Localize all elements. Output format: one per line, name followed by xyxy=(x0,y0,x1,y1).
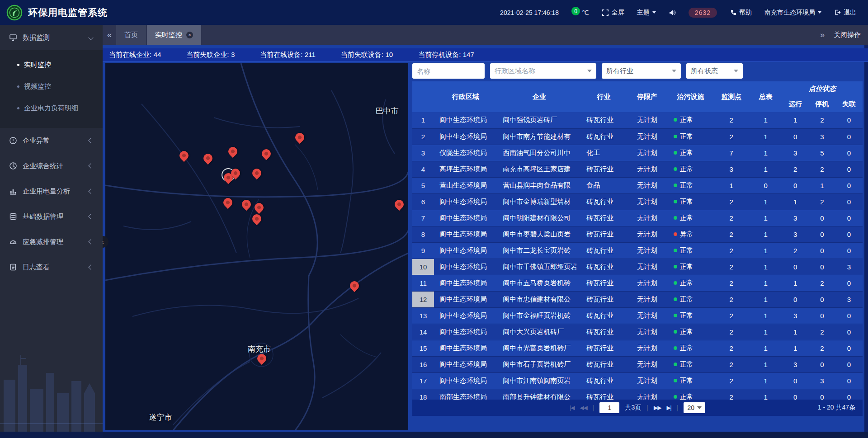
region-filter-select[interactable]: 行政区域名称 xyxy=(490,63,596,79)
row-index: 14 xyxy=(412,324,434,340)
next-page-button[interactable]: ▶▶ xyxy=(654,405,661,411)
fullscreen-icon xyxy=(602,9,609,16)
sidebar-item-video-monitor[interactable]: 视频监控 xyxy=(0,75,103,97)
announcement-speaker[interactable] xyxy=(669,9,676,16)
table-row[interactable]: 11阆中生态环境局阆中市五马桥页岩机砖砖瓦行业无计划正常21120 xyxy=(412,275,863,291)
table-row[interactable]: 6阆中生态环境局阆中市金博瑞新型墙材砖瓦行业无计划正常21120 xyxy=(412,193,863,210)
row-industry: 砖瓦行业 xyxy=(581,242,626,259)
organization-menu[interactable]: 南充市生态环境局 xyxy=(764,9,821,17)
row-industry: 砖瓦行业 xyxy=(581,291,626,307)
col-group-point-status: 点位状态 xyxy=(782,81,863,96)
close-operations-button[interactable]: 关闭操作 xyxy=(834,31,861,39)
prev-page-button[interactable]: ◀◀ xyxy=(580,405,587,411)
table-row[interactable]: 16阆中生态环境局阆中市石子页岩机砖厂砖瓦行业无计划正常21300 xyxy=(412,356,863,372)
row-region: 阆中生态环境局 xyxy=(434,210,497,226)
help-button[interactable]: 帮助 xyxy=(730,9,752,17)
col-industry: 行业 xyxy=(581,81,626,112)
row-total-meters: 1 xyxy=(750,161,782,177)
table-row[interactable]: 9阆中生态环境局阆中市二龙长宝页岩砖砖瓦行业无计划正常21200 xyxy=(412,242,863,259)
table-row[interactable]: 3仪陇生态环境局西南油气田分公司川中化工无计划正常71350 xyxy=(412,145,863,161)
status-filter-select[interactable]: 所有状态 xyxy=(686,63,743,79)
sidebar-item-company-abnormal[interactable]: 企业异常 xyxy=(0,128,103,153)
last-page-button[interactable]: ▶| xyxy=(666,405,671,411)
industry-filter-select[interactable]: 所有行业 xyxy=(602,63,681,79)
row-index: 12 xyxy=(412,291,434,307)
sidebar-item-company-statistics[interactable]: 企业综合统计 xyxy=(0,153,103,179)
page-number-input[interactable] xyxy=(599,402,619,413)
scroll-tabs-right-icon[interactable]: » xyxy=(816,30,829,40)
row-monitor-points: 2 xyxy=(713,356,750,372)
table-row[interactable]: 18南部生态环境局南部县升钟建材有限公砖瓦行业无计划正常21000 xyxy=(412,389,863,400)
row-stopped: 2 xyxy=(809,324,835,340)
table-row[interactable]: 4高坪生态环境局南充市高坪区王家店建砖瓦行业无计划正常31220 xyxy=(412,161,863,177)
row-limit-production: 无计划 xyxy=(626,372,668,389)
table-row[interactable]: 15阆中生态环境局阆中市光富页岩机砖厂砖瓦行业无计划正常21120 xyxy=(412,340,863,356)
row-company: 南部县升钟建材有限公 xyxy=(497,389,581,400)
table-row[interactable]: 5营山生态环境局营山县润丰肉食品有限食品无计划正常10010 xyxy=(412,177,863,193)
table-row[interactable]: 1阆中生态环境局阆中强锐页岩砖厂砖瓦行业无计划正常21120 xyxy=(412,112,863,128)
table-row[interactable]: 17阆中生态环境局阆中市江南镇阆南页岩砖瓦行业无计划正常21030 xyxy=(412,372,863,389)
temperature-unit: ℃ xyxy=(582,9,589,16)
col-stop: 停机 xyxy=(809,96,835,112)
stat-item: 当前在线企业: 44 xyxy=(109,51,161,59)
row-stopped: 0 xyxy=(809,356,835,372)
table-row[interactable]: 7阆中生态环境局阆中明阳建材有限公司砖瓦行业无计划正常21300 xyxy=(412,210,863,226)
scrollbar-track[interactable] xyxy=(864,45,868,432)
chevron-left-icon xyxy=(88,239,93,244)
row-facility-status: 正常 xyxy=(668,259,713,275)
row-monitor-points: 3 xyxy=(713,161,750,177)
sidebar-item-emergency-reduction[interactable]: 应急减排管理 xyxy=(0,229,103,254)
tab-bar: « 首页 实时监控 × » 关闭操作 xyxy=(103,25,868,45)
first-page-button[interactable]: |◀ xyxy=(570,405,574,411)
sidebar-item-power-analysis[interactable]: 企业用电量分析 xyxy=(0,179,103,204)
row-company: 阆中市千佛镇五郎垭页岩 xyxy=(497,259,581,275)
col-limit: 停限产 xyxy=(626,81,668,112)
page-size-select[interactable]: 20 xyxy=(684,402,705,413)
sidebar-item-data-monitor[interactable]: 数据监测 xyxy=(0,25,103,50)
stat-item: 当前失联设备: 10 xyxy=(341,51,393,59)
name-filter-input[interactable] xyxy=(412,63,485,79)
table-row[interactable]: 10阆中生态环境局阆中市千佛镇五郎垭页岩砖瓦行业无计划正常21003 xyxy=(412,259,863,275)
close-tab-icon[interactable]: × xyxy=(186,32,193,38)
sidebar-item-log-view[interactable]: 日志查看 xyxy=(0,254,103,280)
logout-button[interactable]: 退出 xyxy=(834,9,856,17)
row-industry: 食品 xyxy=(581,177,626,193)
row-stopped: 2 xyxy=(809,275,835,291)
row-total-meters: 1 xyxy=(750,275,782,291)
row-stopped: 0 xyxy=(809,259,835,275)
row-company: 阆中市金福旺页岩机砖 xyxy=(497,307,581,324)
row-company: 阆中市石子页岩机砖厂 xyxy=(497,356,581,372)
row-running: 0 xyxy=(782,177,809,193)
row-industry: 砖瓦行业 xyxy=(581,112,626,128)
row-industry: 砖瓦行业 xyxy=(581,275,626,291)
table-row[interactable]: 2阆中生态环境局阆中市南方节能建材有砖瓦行业无计划正常21030 xyxy=(412,128,863,145)
tab-home[interactable]: 首页 xyxy=(116,25,146,45)
notice-count-badge[interactable]: 2632 xyxy=(689,8,717,18)
row-index: 3 xyxy=(412,145,434,161)
row-limit-production: 无计划 xyxy=(626,112,668,128)
sidebar-item-power-load-detail[interactable]: 企业电力负荷明细 xyxy=(0,97,103,119)
row-total-meters: 1 xyxy=(750,242,782,259)
row-monitor-points: 2 xyxy=(713,389,750,400)
map-panel[interactable]: 巴中市南充市遂宁市 xyxy=(105,63,408,430)
row-region: 阆中生态环境局 xyxy=(434,128,497,145)
status-dot-icon xyxy=(674,281,677,285)
theme-menu[interactable]: 主题 xyxy=(637,9,656,17)
table-row[interactable]: 12阆中生态环境局阆中市忠信建材有限公砖瓦行业无计划正常21003 xyxy=(412,291,863,307)
caret-down-icon xyxy=(587,70,592,72)
fullscreen-button[interactable]: 全屏 xyxy=(602,9,624,17)
tab-realtime-monitor[interactable]: 实时监控 × xyxy=(147,25,201,45)
table-body: 1阆中生态环境局阆中强锐页岩砖厂砖瓦行业无计划正常211202阆中生态环境局阆中… xyxy=(412,112,863,400)
table-row[interactable]: 13阆中生态环境局阆中市金福旺页岩机砖砖瓦行业无计划正常21300 xyxy=(412,307,863,324)
table-row[interactable]: 8阆中生态环境局阆中市枣碧大梁山页岩砖瓦行业无计划异常21300 xyxy=(412,226,863,242)
scroll-tabs-left-icon[interactable]: « xyxy=(103,30,116,40)
table-row[interactable]: 14阆中生态环境局阆中大兴页岩机砖厂砖瓦行业无计划正常21120 xyxy=(412,324,863,340)
row-stopped: 2 xyxy=(809,340,835,356)
row-total-meters: 0 xyxy=(750,177,782,193)
row-limit-production: 无计划 xyxy=(626,356,668,372)
sidebar: 数据监测 实时监控 视频监控 企业电力负荷明细 企业异常 xyxy=(0,25,103,432)
sidebar-item-realtime-monitor[interactable]: 实时监控 xyxy=(0,54,103,75)
chevron-left-icon xyxy=(88,138,93,143)
status-dot-icon xyxy=(674,395,677,399)
sidebar-item-base-data[interactable]: 基础数据管理 xyxy=(0,204,103,229)
